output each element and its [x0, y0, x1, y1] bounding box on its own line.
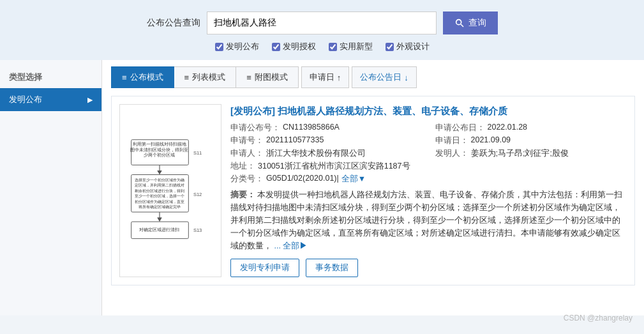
checkbox-fashouquan-label: 发明授权 — [283, 41, 316, 52]
search-input[interactable] — [207, 11, 437, 34]
search-icon — [454, 18, 465, 28]
tab-list-label: 列表模式 — [192, 72, 225, 83]
meta-class-more[interactable]: 全部▼ — [341, 174, 366, 185]
checkbox-waiguan-input[interactable] — [386, 43, 394, 51]
svg-text:图中未清扫区域分块，得到至: 图中未清扫区域分块，得到至 — [131, 147, 189, 151]
svg-marker-8 — [157, 170, 162, 174]
card-title[interactable]: [发明公布] 扫地机器人路径规划方法、装置、电子设备、存储介质 — [230, 104, 627, 118]
svg-text:选择至少一个初分区域作为确: 选择至少一个初分区域作为确 — [135, 177, 184, 181]
svg-text:对确定区域进行清扫: 对确定区域进行清扫 — [140, 227, 180, 232]
meta-pub-no-label: 申请公布号： — [230, 123, 280, 133]
sort-pubdate-label: 公布公告日 — [360, 72, 401, 83]
svg-text:少两个初分区域: 少两个初分区域 — [144, 153, 176, 158]
content-area: ≡ 公布模式 ≡ 列表模式 ≡ 附图模式 申请日 ↑ 公布公告日 ↓ — [102, 60, 644, 315]
svg-text:S12: S12 — [193, 191, 202, 197]
meta-class-label: 分类号： — [230, 174, 264, 185]
card-buttons: 发明专利申请 事务数据 — [230, 259, 627, 277]
svg-marker-18 — [157, 217, 162, 222]
sort-by-appdate[interactable]: 申请日 ↑ — [301, 66, 350, 88]
sidebar: 类型选择 发明公布 ▶ — [0, 60, 102, 315]
sidebar-item-fabiao[interactable]: 发明公布 ▶ — [0, 88, 101, 111]
tab-image-mode[interactable]: ≡ 附图模式 — [236, 66, 299, 88]
meta-pub-date-label: 申请公布日： — [435, 123, 485, 133]
search-label: 公布公告查询 — [147, 17, 200, 29]
checkbox-fabiao-label: 发明公布 — [226, 41, 259, 52]
checkbox-shiyong-label: 实用新型 — [340, 41, 373, 52]
svg-text:剩余初分区域进行分块，得到: 剩余初分区域进行分块，得到 — [135, 188, 184, 192]
svg-text:利用第一扫描线对待扫描地: 利用第一扫描线对待扫描地 — [133, 142, 186, 146]
tab-bar: ≡ 公布模式 ≡ 列表模式 ≡ 附图模式 申请日 ↑ 公布公告日 ↓ — [111, 66, 635, 88]
abstract-label: 摘要： — [230, 190, 255, 199]
svg-text:初分区域作为确定区域，直至: 初分区域作为确定区域，直至 — [135, 199, 184, 203]
tab-image-icon: ≡ — [246, 73, 251, 82]
svg-text:定区域，并利用第二扫描线对: 定区域，并利用第二扫描线对 — [135, 183, 184, 187]
meta-applicant-label: 申请人： — [230, 148, 264, 159]
meta-app-no-label: 申请号： — [230, 135, 264, 146]
meta-pub-date: 申请公布日： 2022.01.28 — [435, 123, 627, 133]
meta-app-date: 申请日： 2021.09.09 — [435, 135, 627, 146]
meta-pub-no-value: CN113985866A — [283, 123, 340, 133]
meta-address: 地址： 310051浙江省杭州市滨江区滨安路1187号 — [230, 161, 627, 172]
meta-inventor-value: 姜跃为;马子昂;刘征宇;殷俊 — [471, 148, 569, 159]
meta-pub-no: 申请公布号： CN113985866A — [230, 123, 423, 133]
main-layout: 类型选择 发明公布 ▶ ≡ 公布模式 ≡ 列表模式 ≡ 附图模式 申请日 ↑ — [0, 60, 644, 315]
checkbox-waiguan[interactable]: 外观设计 — [386, 41, 430, 52]
search-btn-label: 查询 — [468, 17, 486, 29]
card-detail: [发明公布] 扫地机器人路径规划方法、装置、电子设备、存储介质 申请公布号： C… — [230, 104, 627, 277]
flowchart-diagram: 利用第一扫描线对待扫描地 图中未清扫区域分块，得到至 少两个初分区域 S11 选… — [126, 137, 215, 245]
checkbox-fabiao-input[interactable] — [215, 43, 223, 51]
checkbox-shiyong-input[interactable] — [329, 43, 337, 51]
meta-class: 分类号： G05D1/02(2020.01)| 全部▼ — [230, 174, 627, 185]
svg-text:S11: S11 — [193, 150, 202, 156]
sort-pubdate-arrow: ↓ — [404, 73, 408, 82]
meta-address-label: 地址： — [230, 161, 255, 172]
meta-app-date-label: 申请日： — [435, 135, 468, 146]
svg-text:S13: S13 — [193, 227, 202, 233]
meta-app-no-value: 2021110577335 — [266, 135, 324, 146]
abstract-more-link[interactable]: ... 全部▶ — [274, 241, 308, 250]
abstract-section: 摘要： 本发明提供一种扫地机器人路径规划方法、装置、电子设备、存储介质，其中方法… — [230, 188, 627, 252]
checkbox-fabiao[interactable]: 发明公布 — [215, 41, 259, 52]
sort-appdate-arrow: ↑ — [337, 73, 341, 82]
affairs-data-button[interactable]: 事务数据 — [306, 259, 358, 277]
result-card: 利用第一扫描线对待扫描地 图中未清扫区域分块，得到至 少两个初分区域 S11 选… — [111, 96, 635, 285]
meta-inventor: 发明人： 姜跃为;马子昂;刘征宇;殷俊 — [435, 148, 627, 159]
checkbox-row: 发明公布 发明授权 实用新型 外观设计 — [215, 41, 430, 52]
svg-text:将所有确定区域确定完毕: 将所有确定区域确定完毕 — [138, 204, 181, 209]
tab-list-mode[interactable]: ≡ 列表模式 — [174, 66, 237, 88]
svg-line-1 — [461, 24, 463, 27]
top-bar: 公布公告查询 查询 发明公布 发明授权 实用新型 外观设计 — [0, 0, 644, 60]
patent-app-button[interactable]: 发明专利申请 — [230, 259, 299, 277]
svg-text:至少一个初分区域，选择一个: 至少一个初分区域，选择一个 — [135, 194, 184, 198]
watermark: CSDN @zhangrelay — [564, 314, 633, 315]
tab-list-icon: ≡ — [184, 73, 190, 82]
meta-address-value: 310051浙江省杭州市滨江区滨安路1187号 — [258, 161, 410, 172]
meta-app-date-value: 2021.09.09 — [471, 135, 511, 146]
meta-inventor-label: 发明人： — [435, 148, 468, 159]
svg-point-0 — [456, 20, 461, 25]
sort-appdate-label: 申请日 — [310, 72, 334, 83]
tab-publish-icon: ≡ — [122, 73, 127, 82]
tab-publish-label: 公布模式 — [130, 72, 163, 83]
search-row: 公布公告查询 查询 — [147, 11, 498, 34]
checkbox-waiguan-label: 外观设计 — [396, 41, 430, 52]
meta-applicant: 申请人： 浙江大华技术股份有限公司 — [230, 148, 423, 159]
chevron-right-icon: ▶ — [87, 96, 93, 104]
sort-by-pubdate[interactable]: 公布公告日 ↓ — [352, 66, 417, 88]
tab-image-label: 附图模式 — [255, 72, 288, 83]
tab-publish-mode[interactable]: ≡ 公布模式 — [111, 66, 174, 88]
meta-app-no: 申请号： 2021110577335 — [230, 135, 423, 146]
meta-class-value: G05D1/02(2020.01)| — [266, 174, 339, 185]
checkbox-fashouquan-input[interactable] — [272, 43, 280, 51]
diagram-area: 利用第一扫描线对待扫描地 图中未清扫区域分块，得到至 少两个初分区域 S11 选… — [119, 104, 221, 277]
sidebar-title: 类型选择 — [0, 66, 101, 88]
sidebar-item-fabiao-label: 发明公布 — [9, 94, 42, 105]
meta-applicant-value: 浙江大华技术股份有限公司 — [266, 148, 366, 159]
search-button[interactable]: 查询 — [443, 11, 498, 34]
checkbox-fashouquan[interactable]: 发明授权 — [272, 41, 316, 52]
meta-pub-date-value: 2022.01.28 — [488, 123, 528, 133]
card-meta-grid: 申请公布号： CN113985866A 申请公布日： 2022.01.28 申请… — [230, 123, 627, 185]
checkbox-shiyong[interactable]: 实用新型 — [329, 41, 373, 52]
